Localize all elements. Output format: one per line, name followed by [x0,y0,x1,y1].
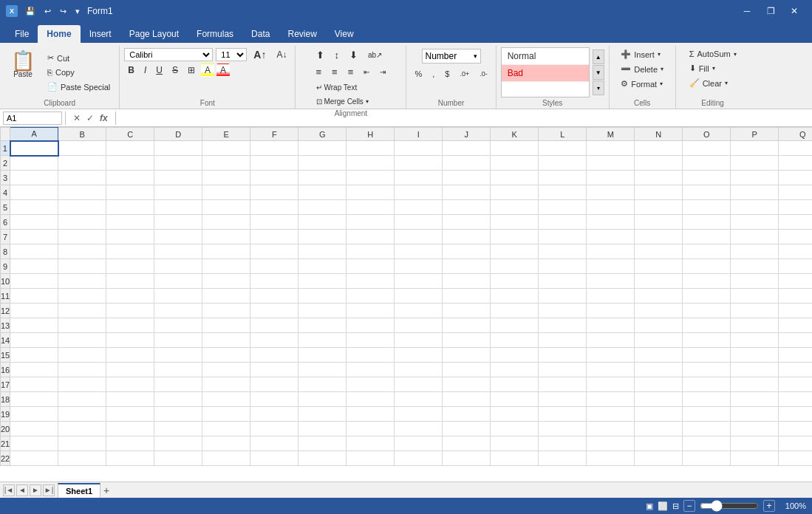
cell-L2[interactable] [539,156,587,171]
cell-C6[interactable] [106,215,154,230]
cell-K22[interactable] [491,451,539,466]
cell-B7[interactable] [58,230,106,244]
cell-B3[interactable] [58,171,106,185]
cell-A2[interactable] [10,156,58,171]
cell-K10[interactable] [491,274,539,289]
row-header-7[interactable]: 7 [1,230,10,244]
cell-A5[interactable] [10,200,58,215]
paste-special-button[interactable]: 📄 Paste Special [43,80,115,94]
cell-M6[interactable] [587,215,635,230]
cell-F13[interactable] [250,318,298,333]
cell-B21[interactable] [58,436,106,451]
cell-K16[interactable] [491,363,539,377]
cell-L20[interactable] [539,422,587,436]
cell-P5[interactable] [731,200,779,215]
cell-C7[interactable] [106,230,154,244]
cell-K9[interactable] [491,259,539,274]
cell-H8[interactable] [347,244,395,259]
cell-K21[interactable] [491,436,539,451]
cell-N14[interactable] [635,333,683,348]
cell-J1[interactable] [443,141,491,156]
row-header-22[interactable]: 22 [1,451,10,466]
cell-Q5[interactable] [779,200,812,215]
cell-M18[interactable] [587,392,635,407]
cell-B6[interactable] [58,215,106,230]
cell-E5[interactable] [202,200,250,215]
font-family-select[interactable]: Calibri Arial Times New Roman [124,48,213,61]
cell-N15[interactable] [635,348,683,363]
cell-F1[interactable] [250,141,298,156]
text-orientation-button[interactable]: ab↗ [364,49,386,61]
cell-D12[interactable] [154,304,202,318]
cell-O18[interactable] [683,392,731,407]
cell-H7[interactable] [347,230,395,244]
cell-D13[interactable] [154,318,202,333]
row-header-10[interactable]: 10 [1,274,10,289]
undo-qa-button[interactable]: ↩ [41,5,54,18]
cell-I20[interactable] [395,422,443,436]
view-normal-icon[interactable]: ▣ [646,501,653,511]
clear-button[interactable]: 🧹 Clear ▾ [685,76,732,90]
cell-G12[interactable] [298,304,347,318]
cell-M19[interactable] [587,407,635,422]
row-header-13[interactable]: 13 [1,318,10,333]
cell-H12[interactable] [347,304,395,318]
cell-O8[interactable] [683,244,731,259]
cell-M17[interactable] [587,377,635,392]
cell-J19[interactable] [443,407,491,422]
cell-L11[interactable] [539,289,587,304]
cell-L13[interactable] [539,318,587,333]
cell-C10[interactable] [106,274,154,289]
cell-M3[interactable] [587,171,635,185]
cell-B4[interactable] [58,185,106,200]
cell-D16[interactable] [154,363,202,377]
zoom-slider[interactable] [700,500,759,512]
cell-J10[interactable] [443,274,491,289]
cell-K7[interactable] [491,230,539,244]
cell-H16[interactable] [347,363,395,377]
row-header-17[interactable]: 17 [1,377,10,392]
add-sheet-button[interactable]: + [100,484,112,496]
cell-I3[interactable] [395,171,443,185]
cell-D17[interactable] [154,377,202,392]
cell-E12[interactable] [202,304,250,318]
cell-E7[interactable] [202,230,250,244]
zoom-level[interactable]: 100% [779,501,806,510]
cell-K11[interactable] [491,289,539,304]
cell-B12[interactable] [58,304,106,318]
cell-E15[interactable] [202,348,250,363]
cell-H15[interactable] [347,348,395,363]
cell-C22[interactable] [106,451,154,466]
right-align-button[interactable]: ≡ [344,64,358,80]
cell-G7[interactable] [298,230,347,244]
cell-F22[interactable] [250,451,298,466]
cell-B17[interactable] [58,377,106,392]
tab-file[interactable]: File [6,25,38,43]
cell-N10[interactable] [635,274,683,289]
cell-P7[interactable] [731,230,779,244]
cell-B15[interactable] [58,348,106,363]
cell-D9[interactable] [154,259,202,274]
style-bad[interactable]: Bad [502,65,589,82]
cell-D8[interactable] [154,244,202,259]
cell-J16[interactable] [443,363,491,377]
cell-C19[interactable] [106,407,154,422]
comma-button[interactable]: , [429,68,438,80]
cell-A8[interactable] [10,244,58,259]
cell-N5[interactable] [635,200,683,215]
cell-C18[interactable] [106,392,154,407]
sheet-tab-sheet1[interactable]: Sheet1 [58,483,100,498]
cell-A3[interactable] [10,171,58,185]
increase-indent-button[interactable]: ⇥ [375,66,390,78]
col-header-n[interactable]: N [635,128,683,141]
cell-J9[interactable] [443,259,491,274]
cell-A15[interactable] [10,348,58,363]
cell-F3[interactable] [250,171,298,185]
cell-A22[interactable] [10,451,58,466]
cell-I17[interactable] [395,377,443,392]
tab-review[interactable]: Review [279,25,325,43]
tab-home[interactable]: Home [38,25,80,43]
cell-P2[interactable] [731,156,779,171]
cell-G6[interactable] [298,215,347,230]
cell-P6[interactable] [731,215,779,230]
